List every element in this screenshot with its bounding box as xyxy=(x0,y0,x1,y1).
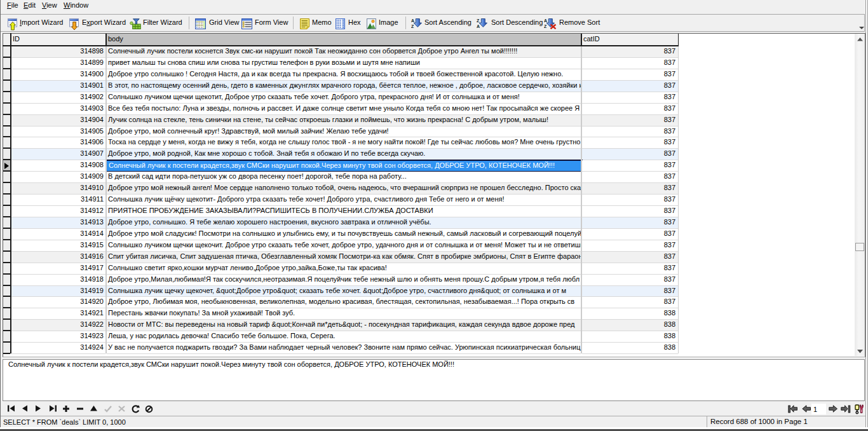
svg-text:Z: Z xyxy=(477,18,480,23)
svg-text:A: A xyxy=(544,18,547,23)
svg-text:A: A xyxy=(477,24,480,29)
svg-text:Z: Z xyxy=(544,24,547,29)
svg-text:Z: Z xyxy=(411,24,414,29)
svg-text:A: A xyxy=(411,18,414,23)
